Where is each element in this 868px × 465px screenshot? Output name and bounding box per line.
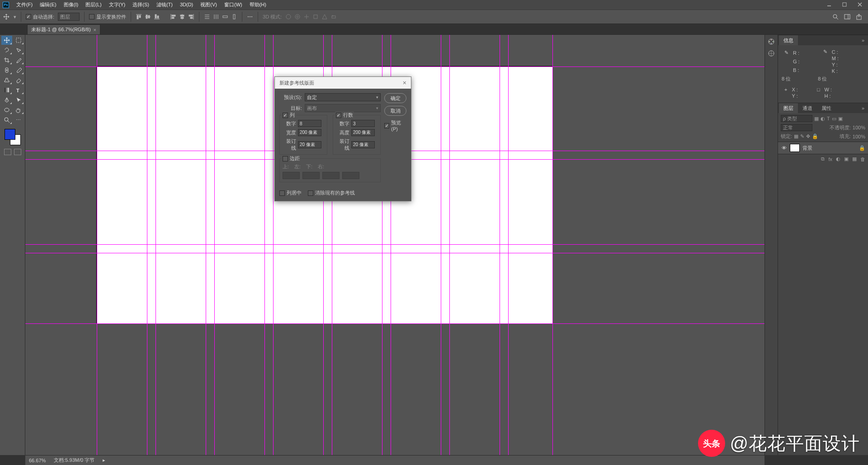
window-maximize-button[interactable] [838,1,851,8]
tab-properties[interactable]: 属性 [817,103,836,113]
columns-width-input[interactable] [298,129,321,136]
adjustments-panel-icon[interactable] [767,49,775,57]
rows-height-input[interactable] [351,129,375,136]
guide-horizontal[interactable] [25,244,764,245]
path-select-tool[interactable] [13,95,24,104]
menu-select[interactable]: 选择(S) [129,0,153,9]
guide-vertical[interactable] [441,35,441,455]
status-docsize[interactable]: 文档:5.93M/0 字节 [54,457,94,464]
guide-vertical[interactable] [147,35,147,455]
tab-info[interactable]: 信息 [779,35,798,45]
rows-gutter-input[interactable] [351,141,375,148]
filter-type-icon[interactable]: T [827,116,830,121]
shape-tool[interactable] [1,105,12,114]
move-tool[interactable] [1,36,12,45]
layer-filter-dropdown[interactable]: ρ 类型 [781,115,812,122]
workspace-icon[interactable] [844,13,851,20]
window-minimize-button[interactable] [823,1,835,8]
type-tool[interactable]: T [13,85,24,95]
menu-file[interactable]: 文件(F) [13,0,36,9]
layer-row[interactable]: 👁 背景 🔒 [778,142,868,154]
dialog-close-icon[interactable]: × [403,79,406,86]
lock-trans-icon[interactable]: ▦ [794,133,798,139]
healing-tool[interactable] [1,66,12,75]
dist-icon-1[interactable] [204,14,210,20]
rows-checkbox[interactable]: 行数 [336,112,353,119]
rows-number-input[interactable] [351,120,375,127]
screenmode-toggle[interactable] [14,149,21,155]
status-arrow-icon[interactable]: ▸ [103,457,105,463]
filter-shape-icon[interactable]: ▭ [832,116,836,122]
panel-menu-icon[interactable]: » [859,38,867,43]
status-zoom[interactable]: 66.67% [29,458,46,463]
stamp-tool[interactable] [1,76,12,85]
document-tab-close-icon[interactable]: × [94,27,96,33]
ok-button[interactable]: 确定 [384,93,406,103]
align-left-icon[interactable] [170,14,176,20]
guide-vertical[interactable] [273,35,274,455]
tab-channels[interactable]: 通道 [798,103,817,113]
lasso-tool[interactable] [1,46,12,55]
quickmask-toggle[interactable] [4,149,11,155]
layer-mask-icon[interactable]: ◐ [836,156,840,162]
crop-tool[interactable] [1,56,12,65]
columns-number-input[interactable] [298,120,321,127]
menu-layer[interactable]: 图层(L) [82,0,105,9]
menu-window[interactable]: 窗口(W) [221,0,246,9]
layer-fx-icon[interactable]: fx [828,157,832,162]
margin-checkbox[interactable]: 边距 [283,155,300,162]
share-icon[interactable] [855,13,863,20]
align-top-icon[interactable] [136,14,142,20]
guide-vertical[interactable] [206,35,206,455]
guide-horizontal[interactable] [25,66,764,67]
search-icon[interactable] [832,13,839,20]
clear-guides-checkbox[interactable]: 清除现有的参考线 [308,190,355,196]
menu-3d[interactable]: 3D(D) [176,0,197,9]
guide-horizontal[interactable] [25,323,764,324]
eyedropper-tool[interactable] [13,56,24,65]
quick-select-tool[interactable] [13,46,24,55]
layer-thumbnail[interactable] [790,144,800,152]
guide-vertical[interactable] [214,35,215,455]
blend-mode-dropdown[interactable]: 正常 [781,124,812,131]
eraser-tool[interactable] [13,76,24,85]
menu-image[interactable]: 图像(I) [60,0,82,9]
center-columns-checkbox[interactable]: 列居中 [279,190,302,196]
tab-layers[interactable]: 图层 [779,103,798,113]
marquee-tool[interactable] [13,36,24,45]
auto-select-mode-dropdown[interactable]: 图层 [58,13,80,21]
pen-tool[interactable] [1,95,12,104]
menu-view[interactable]: 视图(V) [197,0,221,9]
panel-menu-icon[interactable]: » [859,105,867,111]
foreground-color[interactable] [5,129,15,140]
filter-smart-icon[interactable]: ▣ [838,116,843,122]
columns-checkbox[interactable]: 列 [283,112,295,119]
edit-toolbar-tool[interactable]: ⋯ [13,115,24,124]
guide-vertical[interactable] [449,35,450,455]
delete-layer-icon[interactable]: 🗑 [860,157,865,162]
guide-vertical[interactable] [97,35,97,455]
guide-vertical[interactable] [552,35,553,455]
new-layer-icon[interactable]: ▦ [852,156,857,162]
document-tab[interactable]: 未标题-1 @ 66.7%(RGB/8) × [27,24,100,34]
auto-select-checkbox[interactable]: 自动选择: [26,14,54,20]
guide-vertical[interactable] [264,35,265,455]
dist-icon-4[interactable] [231,14,237,20]
zoom-tool[interactable] [1,115,12,124]
guide-vertical[interactable] [156,35,156,455]
menu-help[interactable]: 帮助(H) [246,0,270,9]
more-icon[interactable] [247,14,253,20]
align-vcenter-icon[interactable] [145,14,151,20]
align-right-icon[interactable] [188,14,194,20]
show-transform-checkbox[interactable]: 显示变换控件 [89,14,126,20]
brush-tool[interactable] [13,66,24,75]
lock-pos-icon[interactable]: ✥ [806,133,810,139]
guide-vertical[interactable] [500,35,500,455]
preset-dropdown[interactable]: 自定 [305,93,381,101]
hand-tool[interactable] [13,105,24,114]
filter-pixel-icon[interactable]: ▦ [814,116,819,122]
align-bottom-icon[interactable] [154,14,160,20]
dist-icon-2[interactable] [213,14,219,20]
lock-all-icon[interactable]: 🔒 [812,133,818,139]
color-panel-icon[interactable] [767,38,775,46]
